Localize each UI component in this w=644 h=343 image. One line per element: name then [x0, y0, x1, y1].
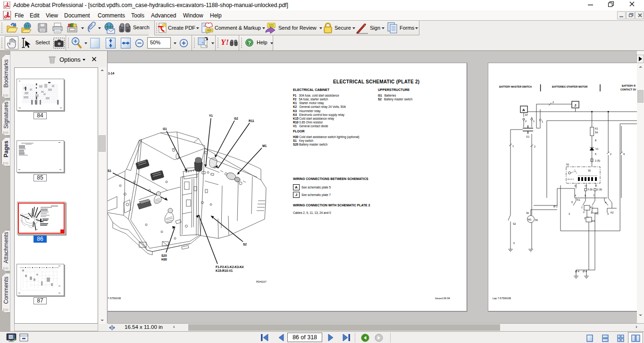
svg-text:K1: K1	[590, 206, 594, 209]
svg-text:2 (5): 2 (5)	[595, 159, 600, 162]
svg-text:2: 2	[583, 211, 585, 213]
svg-text:Ø 4: Ø 4	[583, 270, 587, 273]
svg-text:Ø 2: Ø 2	[553, 205, 558, 208]
svg-text:K2: K2	[611, 211, 614, 214]
svg-text:1: 1	[542, 120, 543, 123]
svg-text:1: 1	[533, 120, 535, 122]
svg-text:97: 97	[525, 114, 528, 116]
svg-text:1: 1	[512, 145, 514, 147]
svg-text:Y1: Y1	[209, 114, 213, 117]
svg-text:7: 7	[593, 194, 594, 197]
svg-text:2: 2	[584, 217, 585, 220]
svg-text:3: 3	[607, 212, 609, 215]
svg-text:G1: G1	[163, 127, 167, 131]
svg-text:1: 1	[591, 211, 592, 214]
svg-text:K2: K2	[595, 212, 599, 215]
svg-text:58: 58	[585, 185, 587, 187]
svg-text:R11: R11	[249, 119, 254, 122]
svg-text:50: 50	[535, 219, 538, 221]
svg-text:5A: 5A	[595, 131, 598, 134]
svg-text:R 0 1 2: R 0 1 2	[568, 178, 574, 180]
svg-text:1: 1	[581, 206, 583, 209]
svg-text:8: 8	[595, 139, 596, 142]
svg-text:S1: S1	[108, 169, 111, 172]
svg-text:K15-R10-V1: K15-R10-V1	[216, 269, 233, 272]
svg-text:Ø 4: Ø 4	[575, 270, 579, 273]
svg-text:2: 2	[525, 120, 527, 122]
svg-text:58: 58	[574, 185, 577, 187]
svg-text:5: 5	[595, 153, 596, 155]
svg-text:H30: H30	[161, 258, 167, 261]
svg-text:?: ?	[248, 40, 251, 46]
svg-text:G2: G2	[234, 117, 238, 120]
svg-text:F1-F2-K1-K2-K3-K4: F1-F2-K1-K2-K3-K4	[216, 265, 244, 269]
svg-text:BATTERIES STARTER MOTOR: BATTERIES STARTER MOTOR	[552, 85, 587, 88]
svg-text:K4: K4	[592, 220, 595, 222]
svg-text:15: 15	[595, 185, 597, 187]
svg-text:0: 0	[513, 242, 515, 245]
svg-text:G1: G1	[526, 135, 529, 138]
svg-text:30: 30	[588, 169, 591, 172]
svg-text:4: 4	[605, 201, 606, 204]
svg-text:V1: V1	[595, 147, 599, 150]
svg-text:2: 2	[534, 145, 535, 148]
svg-text:K1: K1	[577, 198, 580, 201]
svg-text:2: 2	[552, 101, 554, 104]
svg-text:M1: M1	[528, 218, 532, 221]
svg-text:S20: S20	[161, 254, 167, 257]
svg-text:BATTERY MASTER SWITCH: BATTERY MASTER SWITCH	[499, 85, 532, 88]
svg-text:9: 9	[623, 153, 625, 155]
svg-text:6: 6	[585, 194, 586, 197]
svg-text:BATTERY R: BATTERY R	[622, 84, 636, 87]
svg-text:30: 30	[526, 212, 529, 214]
svg-text:S2: S2	[243, 243, 247, 246]
svg-text:4: 4	[575, 194, 576, 197]
svg-text:J: J	[574, 103, 576, 107]
svg-text:5: 5	[571, 201, 573, 204]
svg-text:2: 2	[610, 153, 611, 155]
svg-text:S2: S2	[513, 222, 516, 225]
svg-text:3: 3	[569, 212, 570, 215]
svg-text:CONTACT SV: CONTACT SV	[620, 88, 636, 91]
svg-text:2 (9): 2 (9)	[597, 188, 602, 191]
svg-text:M1: M1	[262, 144, 267, 147]
svg-text:F2: F2	[595, 127, 598, 130]
svg-text:3 (9): 3 (9)	[587, 188, 593, 191]
svg-text:S1: S1	[566, 163, 569, 166]
svg-text:A: A	[522, 108, 525, 112]
